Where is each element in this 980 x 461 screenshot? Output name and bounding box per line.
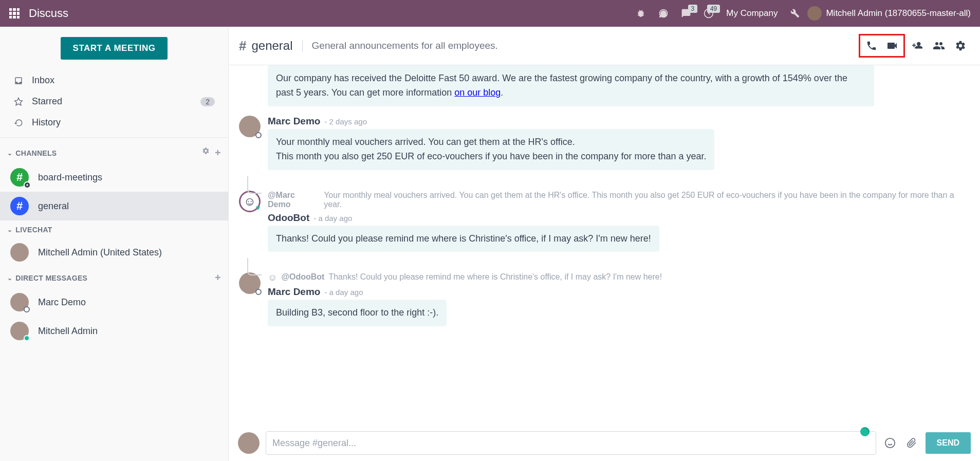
reply-text: Thanks! Could you please remind me where… <box>328 272 662 282</box>
message-input-wrap <box>266 431 876 455</box>
app-title: Discuss <box>29 7 631 20</box>
plus-icon[interactable]: + <box>215 272 221 284</box>
company-selector[interactable]: My Company <box>721 8 783 19</box>
inbox-icon <box>13 76 24 85</box>
bot-avatar: ☺♥ <box>239 191 261 212</box>
channel-board-meetings[interactable]: # board-meetings <box>0 163 228 192</box>
composer-avatar <box>238 432 260 454</box>
nav-label: History <box>32 117 61 128</box>
star-icon <box>13 97 24 106</box>
hash-icon: # <box>239 38 246 54</box>
user-avatar <box>807 6 822 21</box>
tools-icon[interactable] <box>785 3 805 24</box>
message-bubble: Our company has received the Deloitte Fa… <box>268 65 874 106</box>
chevron-down-icon: ⌄ <box>7 226 12 233</box>
message-bubble: Building B3, second floor to the right :… <box>268 300 447 326</box>
message-author: Marc Demo <box>268 286 320 298</box>
add-user-icon[interactable] <box>908 36 927 55</box>
attachment-icon[interactable] <box>904 438 919 448</box>
channel-hash-icon: # <box>10 197 29 215</box>
dm-name: Mitchell Admin <box>38 326 98 337</box>
chevron-down-icon: ⌄ <box>7 274 12 282</box>
message-time: - a day ago <box>313 214 352 223</box>
main-chat: # general General announcements for all … <box>229 27 980 461</box>
reply-author: @OdooBot <box>281 272 324 282</box>
nav-label: Inbox <box>32 75 54 86</box>
message: ☺ @OdooBotThanks! Could you please remin… <box>239 272 970 326</box>
reply-context[interactable]: ☺ @OdooBotThanks! Could you please remin… <box>268 272 970 283</box>
svg-marker-1 <box>15 98 23 105</box>
livechat-name: Mitchell Admin (United States) <box>38 247 162 258</box>
message-time: - 2 days ago <box>324 117 367 126</box>
message-input[interactable] <box>272 438 870 449</box>
avatar <box>10 243 29 262</box>
start-meeting-button[interactable]: START A MEETING <box>61 37 168 60</box>
sidebar-nav-history[interactable]: History <box>0 112 228 133</box>
reply-text: Your monthly meal vouchers arrived. You … <box>324 191 970 209</box>
members-icon[interactable] <box>930 36 948 55</box>
divider <box>0 137 228 138</box>
divider <box>302 40 303 52</box>
history-icon <box>13 118 24 127</box>
activities-icon[interactable]: 49 <box>698 3 719 24</box>
channel-name: general <box>38 201 69 212</box>
message-time: - a day ago <box>324 288 363 297</box>
topbar: Discuss 3 49 My Company Mitchell Admin (… <box>0 0 980 27</box>
send-button[interactable]: SEND <box>926 432 971 454</box>
emoji-icon[interactable] <box>882 437 898 449</box>
reply-context[interactable]: @Marc DemoYour monthly meal vouchers arr… <box>268 191 970 209</box>
sidebar-nav-starred[interactable]: Starred 2 <box>0 91 228 112</box>
apps-menu-icon[interactable] <box>9 8 20 19</box>
chat-header: # general General announcements for all … <box>229 27 980 65</box>
avatar <box>239 272 261 294</box>
video-call-icon[interactable] <box>883 36 901 55</box>
gear-icon[interactable] <box>951 36 970 55</box>
section-label: LIVECHAT <box>15 226 52 234</box>
channel-title: general <box>251 39 292 53</box>
sidebar: START A MEETING Inbox Starred 2 History … <box>0 27 229 461</box>
phone-icon[interactable] <box>653 3 674 24</box>
starred-count: 2 <box>200 97 215 106</box>
messages-icon[interactable]: 3 <box>676 3 696 24</box>
nav-label: Starred <box>32 96 62 107</box>
voice-call-icon[interactable] <box>862 36 881 55</box>
message: ☺♥ @Marc DemoYour monthly meal vouchers … <box>239 191 970 252</box>
sidebar-nav-inbox[interactable]: Inbox <box>0 70 228 91</box>
avatar <box>10 322 29 340</box>
smile-icon: ☺ <box>268 272 277 283</box>
channel-general[interactable]: # general <box>0 192 228 220</box>
message-list[interactable]: Our company has received the Deloitte Fa… <box>229 65 980 425</box>
plus-icon[interactable]: + <box>215 147 221 159</box>
svg-point-2 <box>26 184 28 186</box>
livechat-header[interactable]: ⌄ LIVECHAT <box>0 220 228 238</box>
channel-name: board-meetings <box>38 172 102 183</box>
message-author: OdooBot <box>268 212 309 224</box>
messages-badge: 3 <box>688 5 698 13</box>
channel-hash-icon: # <box>10 168 29 187</box>
blog-link[interactable]: on our blog <box>454 87 501 98</box>
channel-description: General announcements for all employees. <box>312 40 498 51</box>
reply-connector <box>247 176 262 194</box>
user-menu[interactable]: Mitchell Admin (18780655-master-all) <box>807 6 971 21</box>
username: Mitchell Admin (18780655-master-all) <box>826 8 971 19</box>
section-label: DIRECT MESSAGES <box>15 274 87 282</box>
avatar <box>239 116 261 137</box>
reply-author: @Marc Demo <box>268 191 320 209</box>
composer: SEND <box>229 425 980 461</box>
reply-connector <box>247 258 262 275</box>
dm-header[interactable]: ⌄ DIRECT MESSAGES + <box>0 267 228 288</box>
section-label: CHANNELS <box>15 149 57 157</box>
dm-name: Marc Demo <box>38 297 86 308</box>
gear-icon[interactable] <box>202 147 210 159</box>
call-actions-highlight <box>859 34 905 58</box>
channels-header[interactable]: ⌄ CHANNELS + <box>0 142 228 163</box>
dm-marc-demo[interactable]: Marc Demo <box>0 288 228 317</box>
chevron-down-icon: ⌄ <box>7 150 12 157</box>
livechat-item[interactable]: Mitchell Admin (United States) <box>0 238 228 267</box>
svg-point-3 <box>885 438 894 448</box>
debug-icon[interactable] <box>631 3 651 24</box>
avatar <box>10 293 29 311</box>
dm-mitchell-admin[interactable]: Mitchell Admin <box>0 317 228 345</box>
message-bubble: Your monthly meal vouchers arrived. You … <box>268 129 714 170</box>
message-bubble: Thanks! Could you please remind me where… <box>268 226 659 252</box>
